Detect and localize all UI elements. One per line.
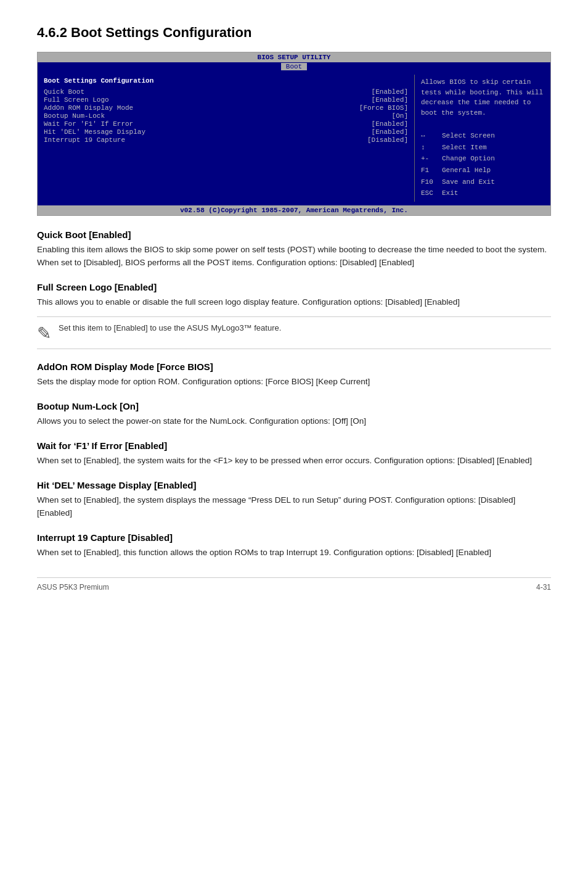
bios-nav-desc: Change Option [442,153,495,165]
section-heading-quick-boot: Quick Boot [Enabled] [37,229,551,240]
bios-item: Hit 'DEL' Message Display[Enabled] [44,128,408,136]
bios-nav-desc: Select Item [442,142,487,154]
page-footer: ASUS P5K3 Premium 4-31 [37,577,551,592]
bios-item-label: Hit 'DEL' Message Display [44,128,145,136]
section-body-quick-boot: Enabling this item allows the BIOS to sk… [37,244,551,270]
bios-nav-key: ESC [421,188,438,199]
section-heading-hit-del: Hit ‘DEL’ Message Display [Enabled] [37,480,551,490]
bios-nav-key: F10 [421,176,438,188]
section-body-interrupt-19: When set to [Enabled], this function all… [37,547,551,559]
bios-item-value: [Force BIOS] [359,104,408,112]
note-box: ✎ Set this item to [Enabled] to use the … [37,316,551,349]
bios-nav-row: +-Change Option [421,153,544,165]
bios-item: AddOn ROM Display Mode[Force BIOS] [44,104,408,112]
bios-item-label: Wait For 'F1' If Error [44,120,133,128]
bios-nav-row: F10Save and Exit [421,176,544,188]
bios-item-value: [Enabled] [372,120,408,128]
section-body-wait-f1: When set to [Enabled], the system waits … [37,455,551,468]
bios-screenshot: BIOS SETUP UTILITY Boot Boot Settings Co… [37,52,551,216]
footer-right: 4-31 [536,583,551,592]
bios-nav-row: ESCExit [421,188,544,199]
bios-item: Full Screen Logo[Enabled] [44,96,408,104]
bios-header: BIOS SETUP UTILITY [38,52,550,62]
bios-item-label: Full Screen Logo [44,96,109,104]
bios-nav-desc: General Help [442,165,491,176]
section-heading-full-screen-logo: Full Screen Logo [Enabled] [37,282,551,292]
bios-item-value: [Enabled] [372,128,408,136]
section-heading-bootup-numlock: Bootup Num-Lock [On] [37,401,551,411]
note-icon: ✎ [37,323,51,344]
bios-items-list: Quick Boot[Enabled]Full Screen Logo[Enab… [44,88,408,144]
note-text: Set this item to [Enabled] to use the AS… [59,322,281,334]
section-heading-interrupt-19: Interrupt 19 Capture [Disabled] [37,532,551,543]
sections-container: Quick Boot [Enabled]Enabling this item a… [37,229,551,559]
bios-item-label: Interrupt 19 Capture [44,136,125,144]
page-title: 4.6.2 Boot Settings Configuration [37,25,551,41]
bios-nav-key: F1 [421,165,438,176]
bios-nav-desc: Save and Exit [442,176,495,188]
bios-help-text: Allows BIOS to skip certain tests while … [421,77,544,118]
section-body-bootup-numlock: Allows you to select the power-on state … [37,415,551,428]
section-body-hit-del: When set to [Enabled], the system displa… [37,494,551,520]
section-heading-addon-rom: AddOn ROM Display Mode [Force BIOS] [37,361,551,372]
bios-footer: v02.58 (C)Copyright 1985-2007, American … [38,205,550,215]
bios-nav-key: ↔ [421,130,438,142]
bios-nav-desc: Exit [442,188,458,199]
bios-nav-key: +- [421,153,438,165]
bios-item: Quick Boot[Enabled] [44,88,408,96]
bios-nav-row: ↔Select Screen [421,130,544,142]
bios-item-label: Quick Boot [44,88,84,96]
bios-tab-boot: Boot [281,63,307,70]
bios-item: Bootup Num-Lock[On] [44,112,408,120]
section-body-addon-rom: Sets the display mode for option ROM. Co… [37,376,551,389]
bios-nav-row: ↕Select Item [421,142,544,154]
bios-nav: ↔Select Screen↕Select Item+-Change Optio… [421,130,544,199]
bios-item-value: [Disabled] [367,136,408,144]
bios-left-panel: Boot Settings Configuration Quick Boot[E… [38,75,415,202]
bios-right-panel: Allows BIOS to skip certain tests while … [415,75,550,202]
bios-item-label: Bootup Num-Lock [44,112,105,120]
bios-nav-desc: Select Screen [442,130,495,142]
bios-tab-bar: Boot [38,62,550,71]
bios-item-label: AddOn ROM Display Mode [44,104,133,112]
bios-item-value: [On] [392,112,408,120]
bios-item: Interrupt 19 Capture[Disabled] [44,136,408,144]
section-heading-wait-f1: Wait for ‘F1’ If Error [Enabled] [37,440,551,451]
section-body-full-screen-logo: This allows you to enable or disable the… [37,296,551,309]
bios-section-title: Boot Settings Configuration [44,77,408,85]
footer-left: ASUS P5K3 Premium [37,583,109,592]
bios-nav-row: F1General Help [421,165,544,176]
bios-item-value: [Enabled] [372,88,408,96]
bios-nav-key: ↕ [421,142,438,154]
bios-item-value: [Enabled] [372,96,408,104]
bios-item: Wait For 'F1' If Error[Enabled] [44,120,408,128]
